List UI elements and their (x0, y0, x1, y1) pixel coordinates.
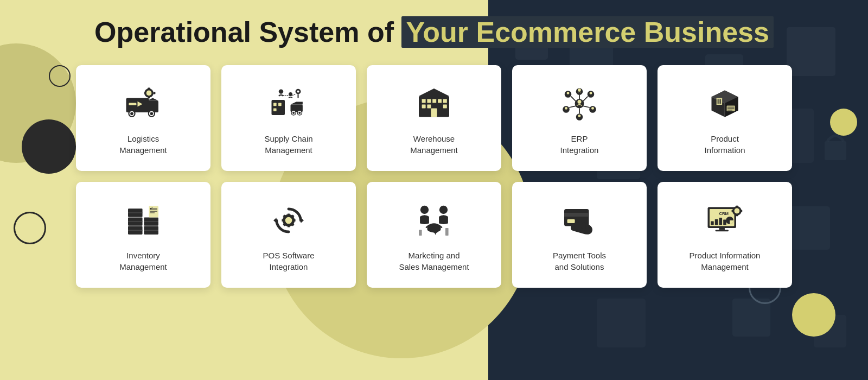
svg-rect-55 (422, 105, 426, 109)
svg-point-27 (146, 91, 152, 96)
title-section: Operational System of Your Ecommerce Bus… (76, 16, 792, 49)
card-supply-chain-management[interactable]: Supply Chain Management (221, 65, 356, 171)
cards-grid: Logistics Management Supply Chain Manage… (76, 65, 792, 288)
svg-rect-146 (736, 206, 738, 208)
svg-point-123 (420, 206, 429, 214)
svg-point-45 (297, 91, 299, 93)
svg-rect-54 (443, 99, 447, 103)
svg-rect-151 (716, 230, 729, 232)
svg-line-72 (583, 97, 588, 102)
svg-rect-28 (148, 88, 150, 90)
svg-rect-131 (567, 219, 575, 223)
svg-rect-135 (583, 223, 586, 230)
svg-point-80 (591, 107, 594, 110)
svg-rect-149 (732, 210, 734, 212)
svg-rect-118 (282, 219, 284, 221)
svg-rect-35 (273, 109, 277, 112)
svg-point-23 (150, 112, 154, 116)
svg-rect-134 (579, 221, 582, 229)
svg-rect-53 (438, 99, 442, 103)
svg-text:✦: ✦ (432, 227, 439, 237)
svg-rect-32 (272, 100, 285, 115)
svg-rect-117 (293, 219, 295, 221)
svg-point-69 (578, 100, 582, 104)
svg-point-43 (289, 92, 292, 96)
inventory-management-label: Inventory Management (119, 250, 167, 273)
svg-line-74 (583, 106, 590, 107)
svg-rect-142 (723, 220, 726, 225)
svg-line-71 (571, 97, 576, 102)
pos-software-integration-label: POS Software Integration (263, 250, 314, 273)
svg-rect-139 (711, 221, 714, 225)
card-product-information[interactable]: Product Information (658, 65, 792, 171)
svg-rect-50 (422, 99, 426, 103)
svg-marker-37 (291, 102, 303, 105)
card-product-information-management[interactable]: CRM Product Information Management (658, 182, 792, 288)
svg-point-114 (285, 217, 292, 224)
svg-rect-128 (445, 228, 449, 236)
supply-chain-management-label: Supply Chain Management (264, 133, 312, 156)
title-highlight: Your Ecommerce Business (401, 16, 774, 48)
svg-rect-140 (715, 219, 718, 225)
svg-point-76 (578, 88, 581, 92)
svg-marker-111 (301, 218, 304, 223)
svg-rect-132 (571, 224, 575, 231)
svg-rect-147 (736, 214, 738, 217)
svg-marker-112 (273, 218, 277, 223)
card-payment-tools-solutions[interactable]: Payment Tools and Solutions (512, 182, 647, 288)
supply-chain-management-icon (267, 82, 310, 125)
svg-rect-30 (154, 92, 156, 94)
svg-point-41 (298, 112, 301, 114)
product-information-management-icon: CRM (703, 199, 746, 242)
card-warehouse-management[interactable]: Werehouse Management (367, 65, 501, 171)
payment-tools-solutions-label: Payment Tools and Solutions (553, 250, 606, 273)
svg-point-39 (292, 112, 295, 114)
svg-rect-52 (432, 99, 436, 103)
card-inventory-management[interactable]: Inventory Management (76, 182, 210, 288)
svg-rect-56 (427, 105, 431, 109)
pos-software-integration-icon (267, 199, 310, 242)
product-information-label: Product Information (704, 133, 745, 156)
warehouse-management-label: Werehouse Management (410, 133, 458, 156)
svg-rect-24 (129, 103, 136, 105)
payment-tools-solutions-icon (558, 199, 601, 242)
inventory-management-icon (122, 199, 165, 242)
svg-point-145 (735, 208, 740, 214)
marketing-sales-management-label: Marketing and Sales Management (399, 250, 469, 273)
svg-point-77 (567, 92, 570, 94)
svg-point-79 (565, 107, 567, 110)
svg-point-42 (279, 90, 283, 94)
card-pos-software-integration[interactable]: POS Software Integration (221, 182, 356, 288)
svg-point-21 (130, 112, 133, 116)
svg-rect-115 (288, 214, 290, 216)
logistics-management-label: Logistics Management (119, 133, 167, 156)
svg-point-81 (578, 115, 581, 117)
svg-rect-133 (575, 222, 578, 230)
svg-rect-33 (273, 103, 277, 106)
svg-text:CRM: CRM (719, 211, 729, 216)
svg-line-73 (569, 106, 576, 107)
product-information-management-label: Product Information Management (690, 250, 761, 273)
card-logistics-management[interactable]: Logistics Management (76, 65, 210, 171)
svg-rect-150 (719, 228, 725, 230)
title-part1: Operational System of (94, 16, 401, 48)
logistics-management-icon (122, 82, 165, 125)
svg-rect-31 (144, 92, 146, 94)
svg-rect-148 (741, 210, 743, 212)
svg-rect-141 (719, 218, 723, 225)
product-information-icon (703, 82, 746, 125)
svg-rect-106 (149, 206, 159, 218)
svg-rect-51 (427, 99, 431, 103)
svg-marker-49 (419, 88, 449, 96)
warehouse-management-icon (412, 82, 456, 125)
svg-rect-116 (288, 225, 290, 227)
card-erp-integration[interactable]: ERP Integration (512, 65, 647, 171)
svg-rect-130 (564, 213, 589, 217)
card-marketing-sales-management[interactable]: ✦ Marketing and Sales Management (367, 182, 501, 288)
page-title: Operational System of Your Ecommerce Bus… (76, 16, 792, 49)
svg-rect-34 (278, 103, 282, 106)
erp-integration-label: ERP Integration (560, 133, 599, 156)
page-content: Operational System of Your Ecommerce Bus… (0, 0, 868, 380)
svg-rect-29 (148, 97, 150, 99)
svg-point-124 (439, 206, 448, 214)
